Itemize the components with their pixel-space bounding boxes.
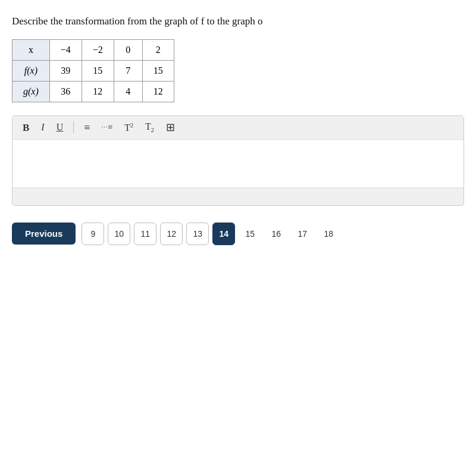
data-table: x −4 −2 0 2 f(x) 39 15 7 15 g(x) 36 12 4… bbox=[12, 39, 174, 102]
col-header-4: 2 bbox=[142, 39, 174, 60]
toolbar-divider-1 bbox=[73, 121, 74, 133]
page-btn-16[interactable]: 16 bbox=[265, 223, 287, 245]
gx-row: g(x) 36 12 4 12 bbox=[12, 81, 174, 102]
fx-val-2: 15 bbox=[82, 60, 114, 81]
bold-button[interactable]: B bbox=[20, 121, 32, 134]
page-btn-11[interactable]: 11 bbox=[134, 223, 156, 245]
page-btn-13[interactable]: 13 bbox=[186, 223, 209, 245]
page-btn-14[interactable]: 14 bbox=[212, 223, 235, 245]
ordered-list-button[interactable]: ≡ bbox=[81, 121, 92, 134]
page-btn-9[interactable]: 9 bbox=[82, 223, 104, 245]
fx-row: f(x) 39 15 7 15 bbox=[12, 60, 174, 81]
gx-label: g(x) bbox=[12, 81, 50, 102]
page-btn-18[interactable]: 18 bbox=[317, 223, 340, 245]
page-btn-15[interactable]: 15 bbox=[239, 223, 261, 245]
fx-val-3: 7 bbox=[114, 60, 142, 81]
editor-toolbar: B I U ≡ ⋯≡ T2 T2 ⊞ bbox=[12, 116, 464, 140]
fx-val-4: 15 bbox=[142, 60, 174, 81]
editor-footer bbox=[12, 187, 464, 205]
editor-box: B I U ≡ ⋯≡ T2 T2 ⊞ bbox=[12, 115, 464, 206]
col-header-2: −2 bbox=[82, 39, 114, 60]
gx-val-3: 4 bbox=[114, 81, 142, 102]
editor-content[interactable] bbox=[12, 140, 464, 187]
italic-button[interactable]: I bbox=[38, 121, 47, 133]
page-btn-10[interactable]: 10 bbox=[108, 223, 130, 245]
page-btn-17[interactable]: 17 bbox=[291, 223, 314, 245]
col-header-1: −4 bbox=[49, 39, 82, 60]
unordered-list-button[interactable]: ⋯≡ bbox=[98, 122, 115, 133]
fx-label: f(x) bbox=[12, 60, 50, 81]
col-header-3: 0 bbox=[114, 39, 142, 60]
gx-val-4: 12 bbox=[142, 81, 174, 102]
previous-button[interactable]: Previous bbox=[12, 223, 76, 245]
underline-button[interactable]: U bbox=[54, 121, 67, 133]
superscript-button[interactable]: T2 bbox=[121, 121, 136, 134]
pagination: Previous 9 10 11 12 13 14 15 16 17 18 bbox=[12, 223, 464, 245]
page-btn-12[interactable]: 12 bbox=[160, 223, 183, 245]
question-text: Describe the transformation from the gra… bbox=[12, 14, 464, 29]
fx-val-1: 39 bbox=[49, 60, 82, 81]
gx-val-1: 36 bbox=[49, 81, 82, 102]
subscript-button[interactable]: T2 bbox=[142, 121, 157, 134]
table-header-row: x −4 −2 0 2 bbox=[12, 39, 174, 60]
page-container: Describe the transformation from the gra… bbox=[0, 0, 476, 476]
x-header-cell: x bbox=[12, 39, 50, 60]
gx-val-2: 12 bbox=[82, 81, 114, 102]
table-button[interactable]: ⊞ bbox=[163, 121, 178, 134]
